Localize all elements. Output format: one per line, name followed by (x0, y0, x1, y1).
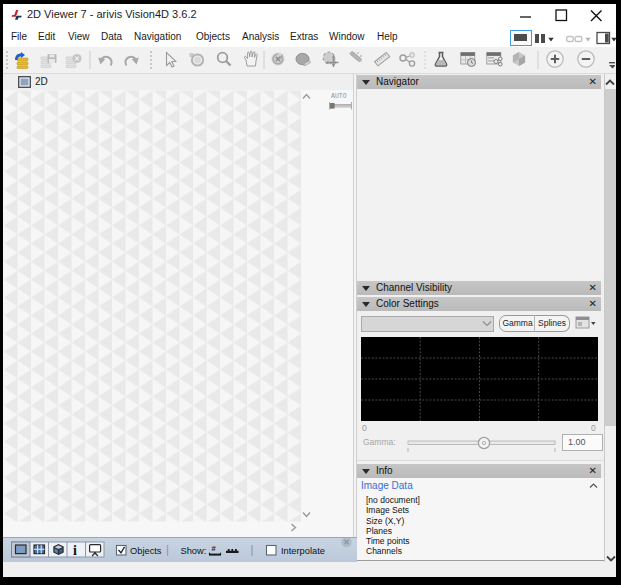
svg-text:#: # (212, 544, 217, 553)
svg-text:Objects: Objects (130, 546, 162, 556)
svg-text:i: i (73, 543, 77, 558)
svg-text:Interpolate: Interpolate (281, 546, 325, 556)
svg-text:Show:: Show: (181, 546, 207, 556)
